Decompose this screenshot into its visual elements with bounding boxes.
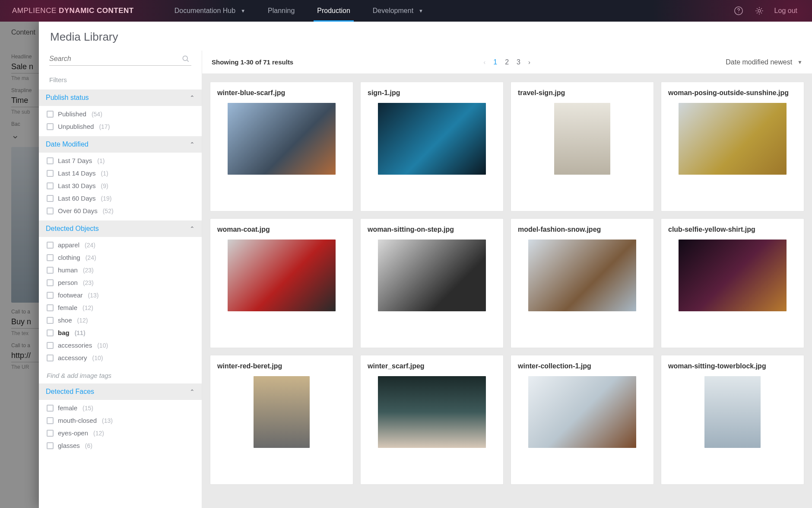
filter-option-count: (6) <box>85 442 92 449</box>
filter-option-label: person <box>58 279 78 286</box>
page-number-3[interactable]: 3 <box>517 58 520 66</box>
checkbox-icon <box>47 329 54 336</box>
facet-header-detected-objects[interactable]: Detected Objects⌃ <box>39 220 202 237</box>
media-card[interactable]: woman-sitting-towerblock.jpg <box>661 355 804 485</box>
top-bar: AMPLIENCE DYNAMIC CONTENT Documentation … <box>0 0 812 22</box>
filter-option-footwear[interactable]: footwear(13) <box>42 289 198 301</box>
media-filename: woman-sitting-towerblock.jpg <box>668 362 766 370</box>
media-card[interactable]: club-selfie-yellow-shirt.jpg <box>661 218 804 348</box>
checkbox-icon <box>47 123 54 130</box>
image-placeholder <box>528 240 636 311</box>
facet-body: Last 7 Days(1)Last 14 Days(1)Last 30 Day… <box>39 153 202 220</box>
facet-header-detected-faces[interactable]: Detected Faces⌃ <box>39 383 202 400</box>
brand: AMPLIENCE DYNAMIC CONTENT <box>0 6 146 15</box>
filter-option-glasses[interactable]: glasses(6) <box>42 439 198 452</box>
filter-option-last-30-days[interactable]: Last 30 Days(9) <box>42 179 198 192</box>
facet-header-date-modified[interactable]: Date Modified⌃ <box>39 136 202 153</box>
filter-option-count: (12) <box>82 304 93 311</box>
filter-option-eyes-open[interactable]: eyes-open(12) <box>42 427 198 439</box>
media-thumbnail <box>528 240 636 311</box>
find-tags-input[interactable]: Find & add image tags <box>39 367 202 383</box>
sort-dropdown[interactable]: Date modified newest ▼ <box>726 58 802 66</box>
filter-option-unpublished[interactable]: Unpublished(17) <box>42 120 198 133</box>
media-card[interactable]: woman-coat.jpg <box>210 218 353 348</box>
media-card[interactable]: winter-blue-scarf.jpg <box>210 82 353 211</box>
media-thumbnail <box>704 376 761 448</box>
search-box <box>49 52 191 66</box>
filter-option-count: (23) <box>83 279 94 286</box>
logout-link[interactable]: Log out <box>774 7 797 15</box>
media-filename: winter-blue-scarf.jpg <box>217 89 285 97</box>
media-card[interactable]: winter-red-beret.jpg <box>210 355 353 485</box>
svg-point-1 <box>738 13 739 13</box>
page-prev-icon[interactable]: ‹ <box>483 58 485 66</box>
checkbox-icon <box>47 279 54 286</box>
filter-option-last-7-days[interactable]: Last 7 Days(1) <box>42 154 198 167</box>
filter-option-human[interactable]: human(23) <box>42 264 198 276</box>
image-placeholder <box>528 376 636 448</box>
help-icon[interactable] <box>733 5 744 16</box>
media-card[interactable]: woman-posing-outside-sunshine.jpg <box>661 82 804 211</box>
image-placeholder <box>228 240 336 311</box>
top-nav: Documentation Hub▼PlanningProductionDeve… <box>163 0 435 22</box>
nav-item-development[interactable]: Development▼ <box>362 0 435 22</box>
filter-option-accessories[interactable]: accessories(10) <box>42 339 198 351</box>
filter-option-clothing[interactable]: clothing(24) <box>42 251 198 264</box>
filter-option-count: (12) <box>77 317 88 324</box>
media-thumbnail <box>554 103 610 175</box>
filter-option-count: (13) <box>88 292 99 299</box>
filter-option-published[interactable]: Published(54) <box>42 108 198 120</box>
nav-item-documentation-hub[interactable]: Documentation Hub▼ <box>163 0 257 22</box>
filter-option-bag[interactable]: bag(11) <box>42 326 198 339</box>
media-card[interactable]: winter_scarf.jpeg <box>360 355 504 485</box>
media-card[interactable]: sign-1.jpg <box>360 82 504 211</box>
filter-option-label: human <box>58 266 78 274</box>
chevron-down-icon: ▼ <box>419 8 423 13</box>
filter-option-mouth-closed[interactable]: mouth-closed(13) <box>42 414 198 427</box>
page-number-2[interactable]: 2 <box>505 58 509 66</box>
checkbox-icon <box>47 304 54 311</box>
filter-option-label: mouth-closed <box>58 417 97 424</box>
nav-item-planning[interactable]: Planning <box>257 0 306 22</box>
media-card[interactable]: winter-collection-1.jpg <box>511 355 654 485</box>
facet-title: Detected Faces <box>46 388 94 396</box>
media-card[interactable]: woman-sitting-on-step.jpg <box>360 218 504 348</box>
nav-item-production[interactable]: Production <box>306 0 362 22</box>
checkbox-icon <box>47 417 54 424</box>
filter-option-count: (24) <box>85 242 95 249</box>
media-card[interactable]: model-fashion-snow.jpeg <box>511 218 654 348</box>
filter-option-female[interactable]: female(12) <box>42 301 198 314</box>
filter-option-female[interactable]: female(15) <box>42 402 198 414</box>
filter-option-label: Published <box>58 110 86 118</box>
checkbox-icon <box>47 195 54 202</box>
search-icon[interactable] <box>180 53 191 64</box>
filter-option-count: (1) <box>101 170 108 177</box>
filter-option-count: (10) <box>97 342 108 349</box>
chevron-down-icon: ▼ <box>797 59 802 65</box>
results-toolbar: Showing 1-30 of 71 results ‹ 123 › Date … <box>202 51 812 74</box>
checkbox-icon <box>47 208 54 214</box>
search-input[interactable] <box>49 52 180 65</box>
checkbox-icon <box>47 355 54 361</box>
nav-item-label: Development <box>373 7 413 15</box>
media-library-panel: Media Library Filters Publish status⌃Pub… <box>39 22 812 508</box>
facet-header-publish-status[interactable]: Publish status⌃ <box>39 89 202 106</box>
filter-option-last-14-days[interactable]: Last 14 Days(1) <box>42 167 198 179</box>
media-card[interactable]: travel-sign.jpg <box>511 82 654 211</box>
filter-option-last-60-days[interactable]: Last 60 Days(19) <box>42 192 198 204</box>
filter-option-label: Last 60 Days <box>58 195 96 202</box>
gear-icon[interactable] <box>754 5 765 16</box>
chevron-down-icon: ▼ <box>241 8 245 13</box>
page-number-1[interactable]: 1 <box>493 58 497 66</box>
filter-option-apparel[interactable]: apparel(24) <box>42 239 198 251</box>
media-filename: winter_scarf.jpeg <box>368 362 425 370</box>
facet-title: Date Modified <box>46 141 89 148</box>
image-placeholder <box>679 103 787 175</box>
filter-option-label: apparel <box>58 241 79 249</box>
filter-option-accessory[interactable]: accessory(10) <box>42 351 198 364</box>
filter-option-person[interactable]: person(23) <box>42 276 198 289</box>
svg-point-3 <box>183 56 187 61</box>
filter-option-shoe[interactable]: shoe(12) <box>42 314 198 326</box>
filter-option-over-60-days[interactable]: Over 60 Days(52) <box>42 204 198 217</box>
page-next-icon[interactable]: › <box>528 58 530 66</box>
